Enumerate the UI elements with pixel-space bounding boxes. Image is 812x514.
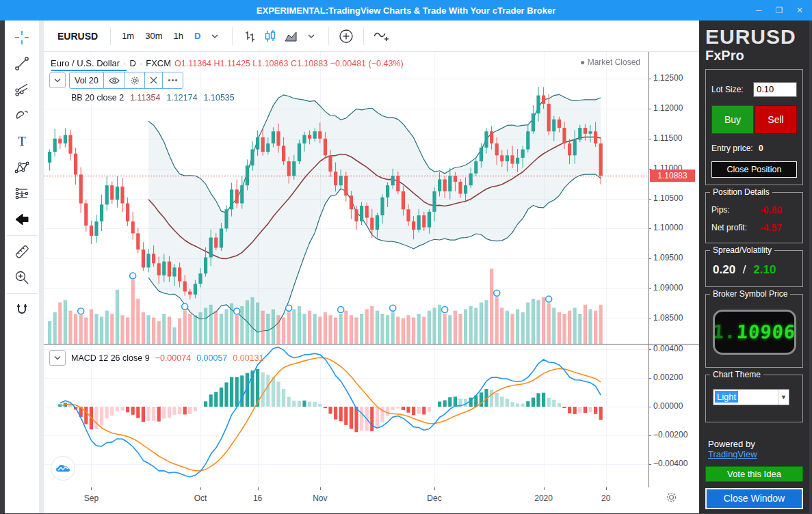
brush-tool[interactable] xyxy=(9,103,35,128)
volume-settings-button[interactable] xyxy=(125,72,145,88)
lot-size-input[interactable] xyxy=(753,82,797,97)
digital-price-display: 1.10906 xyxy=(713,310,796,355)
indicators-icon xyxy=(372,28,390,44)
interval-30m[interactable]: 30m xyxy=(141,28,166,44)
text-tool[interactable]: T xyxy=(9,128,35,154)
buy-button[interactable]: Buy xyxy=(711,105,754,134)
close-window-button[interactable]: Close Window xyxy=(705,488,803,509)
time-tick-2020: 2020 xyxy=(534,493,553,503)
interval-1h[interactable]: 1h xyxy=(169,28,187,44)
chart-area: Euro / U.S. Dollar · D · FXCM O1.11364 H… xyxy=(44,52,699,487)
xabcd-pattern-tool[interactable] xyxy=(9,154,35,180)
candles-style-button[interactable] xyxy=(260,26,280,46)
macd-line-value: 0.00057 xyxy=(196,353,227,363)
legend-ohlc-values: O1.11364 H1.11425 L1.10863 C1.10883 −0.0… xyxy=(174,59,404,68)
legend-underline xyxy=(51,70,127,71)
price-axis[interactable]: 1.125001.120001.115001.110001.105001.100… xyxy=(649,52,699,487)
theme-select[interactable]: Light ▼ xyxy=(713,389,789,405)
bb-lower-value: 1.10535 xyxy=(204,93,235,103)
volume-indicator-row: Vol 20 xyxy=(49,72,183,89)
time-axis-settings-button[interactable] xyxy=(666,491,677,503)
close-button[interactable]: ✕ xyxy=(794,5,805,15)
maximize-button[interactable]: ❐ xyxy=(774,5,785,15)
price-tick: 1.11500 xyxy=(653,133,683,143)
spread-volatility-title: Spread/Volatility xyxy=(710,245,774,255)
vote-idea-button[interactable]: Vote this Idea xyxy=(705,466,803,482)
time-axis[interactable]: SepOct16NovDec202020 xyxy=(44,487,699,509)
chevron-down-icon xyxy=(54,78,61,83)
toolbar-divider xyxy=(110,27,111,45)
ruler-icon xyxy=(13,243,31,260)
indicators-button[interactable] xyxy=(371,26,391,46)
gann-fibonacci-tool[interactable] xyxy=(9,77,35,103)
arrow-left-tool[interactable] xyxy=(9,206,35,232)
forecast-tool[interactable] xyxy=(9,180,35,206)
minimize-button[interactable]: ─ xyxy=(753,5,764,15)
chart-logo[interactable] xyxy=(51,456,75,481)
select-arrow-icon[interactable]: ▼ xyxy=(778,390,789,405)
volume-visibility-button[interactable] xyxy=(104,72,125,88)
trend-line-icon xyxy=(13,55,31,72)
zoom-in-tool[interactable] xyxy=(9,265,35,290)
volume-more-button[interactable] xyxy=(163,72,183,88)
price-chart-canvas[interactable] xyxy=(44,52,649,487)
chart-legend[interactable]: Euro / U.S. Dollar · D · FXCM O1.11364 H… xyxy=(51,58,404,68)
ruler-tool[interactable] xyxy=(9,239,35,265)
macd-tick: −0.00200 xyxy=(653,430,687,439)
drawing-toolbar: T xyxy=(5,21,44,513)
toolbar-divider xyxy=(232,27,233,45)
price-tick: 1.10500 xyxy=(653,193,683,203)
tradingview-link[interactable]: TradingView xyxy=(708,449,757,459)
area-style-button[interactable] xyxy=(280,26,301,46)
collapse-macd-button[interactable] xyxy=(49,350,66,366)
magnet-tool[interactable] xyxy=(9,297,35,323)
price-tick: 1.12000 xyxy=(653,103,683,113)
title-bar[interactable]: EXPERIMENTAL:TradingView Charts & Trade … xyxy=(0,0,812,21)
lot-size-label: Lot Size: xyxy=(711,85,744,94)
text-icon: T xyxy=(13,133,31,150)
volume-remove-button[interactable] xyxy=(145,72,163,88)
interval-D[interactable]: D xyxy=(190,28,205,44)
macd-tick: −0.00400 xyxy=(653,459,687,468)
macd-tick: 0.00400 xyxy=(653,344,683,353)
trend-line-tool[interactable] xyxy=(9,51,35,77)
bars-chart-icon xyxy=(242,29,257,44)
interval-1m[interactable]: 1m xyxy=(118,28,138,44)
close-position-button[interactable]: Close Position xyxy=(711,161,797,178)
macd-hist-value: −0.00074 xyxy=(155,353,191,363)
crosshair-tool[interactable] xyxy=(9,25,35,51)
gann-fibonacci-icon xyxy=(13,81,31,98)
interval-dropdown[interactable] xyxy=(205,26,225,46)
market-status: ● Market Closed xyxy=(580,57,640,67)
price-tick: 1.12500 xyxy=(653,73,683,83)
zoom-in-icon xyxy=(13,269,31,286)
price-tick: 1.09500 xyxy=(653,253,683,262)
brush-icon xyxy=(13,107,31,124)
compare-button[interactable] xyxy=(336,26,356,46)
time-tick-20: 20 xyxy=(601,493,610,503)
xabcd-pattern-icon xyxy=(13,159,31,176)
crosshair-icon xyxy=(13,29,31,46)
compare-icon xyxy=(338,28,354,44)
bollinger-indicator-row[interactable]: BB 20 close 2 1.11354 1.12174 1.10535 xyxy=(71,93,235,103)
volume-indicator-label[interactable]: Vol 20 xyxy=(70,72,104,88)
symbol-button[interactable]: EURUSD xyxy=(52,28,103,44)
time-tick-mark xyxy=(320,487,321,490)
bars-style-button[interactable] xyxy=(239,26,260,46)
volatility-value: 2.10 xyxy=(753,263,776,276)
last-price-label: 1.10883 xyxy=(650,170,695,182)
time-tick-mark xyxy=(258,487,259,490)
time-tick-mark xyxy=(91,487,92,490)
pane-separator[interactable] xyxy=(44,344,699,344)
style-dropdown[interactable] xyxy=(301,26,322,46)
macd-tick: 0.00000 xyxy=(653,401,683,411)
time-tick-Sep: Sep xyxy=(84,493,99,503)
collapse-volume-button[interactable] xyxy=(49,72,66,88)
order-group: Lot Size: Buy Sell Entry price: 0 Close … xyxy=(705,69,803,185)
macd-label: MACD 12 26 close 9 xyxy=(71,353,150,363)
legend-symbol: Euro / U.S. Dollar xyxy=(51,58,120,68)
arrow-left-icon xyxy=(13,211,31,228)
sell-button[interactable]: Sell xyxy=(755,105,797,134)
macd-tick: 0.00200 xyxy=(653,373,683,382)
window-content: T EURUSD 1m30m1hD xyxy=(0,21,812,514)
